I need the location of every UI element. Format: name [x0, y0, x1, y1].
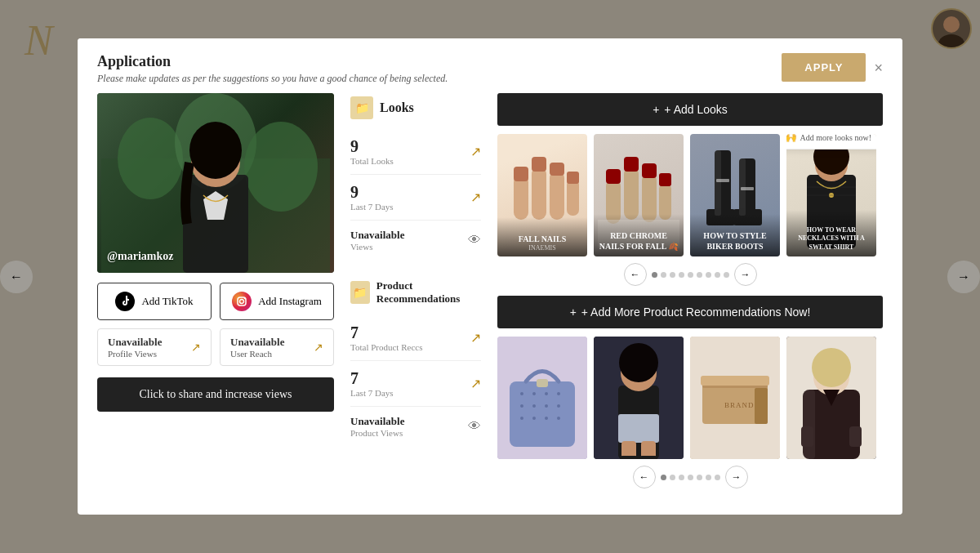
- products-dot-7[interactable]: [715, 475, 720, 480]
- profile-username: @mariamkoz: [107, 250, 173, 263]
- products-dot-2[interactable]: [670, 475, 675, 480]
- svg-rect-18: [550, 171, 564, 220]
- fall-nails-title: FALL NAILS: [502, 234, 582, 244]
- svg-point-47: [520, 392, 523, 395]
- svg-rect-23: [606, 169, 621, 184]
- svg-point-52: [532, 404, 536, 408]
- biker-boots-overlay: HOW TO STYLE BIKER BOOTS: [690, 214, 780, 256]
- products-dot-5[interactable]: [697, 475, 702, 480]
- looks-dot-1[interactable]: [652, 272, 657, 278]
- product-card-jacket[interactable]: [786, 337, 876, 459]
- bag-image: [497, 337, 587, 459]
- svg-rect-83: [849, 426, 862, 447]
- add-looks-button[interactable]: + + Add Looks: [497, 93, 883, 126]
- svg-rect-64: [618, 414, 659, 443]
- profile-section: @mariamkoz Add TikTok: [97, 93, 334, 498]
- close-button[interactable]: ×: [874, 60, 883, 75]
- modal-title-block: Application Please make updates as per t…: [97, 53, 448, 85]
- red-chrome-overlay: RED CHROME NAILS FOR FALL 🍂: [594, 214, 684, 256]
- look-card-biker-boots[interactable]: HOW TO STYLE BIKER BOOTS: [690, 134, 780, 256]
- tooltip-emoji: 🙌: [786, 134, 797, 144]
- apply-button[interactable]: APPLY: [782, 53, 866, 82]
- modal-header: Application Please make updates as per t…: [78, 38, 902, 93]
- modal-overlay: Application Please make updates as per t…: [0, 0, 980, 553]
- looks-dot-6[interactable]: [697, 272, 702, 278]
- product-card-bag[interactable]: [497, 337, 587, 459]
- looks-dot-5[interactable]: [688, 272, 693, 278]
- products-section-title: Product Recommendations: [376, 279, 481, 305]
- looks-dot-8[interactable]: [715, 272, 720, 278]
- looks-dot-9[interactable]: [724, 272, 729, 278]
- product-card-box[interactable]: BRAND: [690, 337, 780, 459]
- svg-point-56: [532, 417, 536, 420]
- svg-rect-17: [532, 157, 546, 172]
- products-next-button[interactable]: →: [725, 466, 748, 488]
- total-looks-trend-icon: ↗: [470, 144, 481, 159]
- looks-unavailable-row: Unavailable Views 👁: [350, 221, 481, 260]
- profile-image-container: @mariamkoz: [97, 93, 334, 273]
- looks-dot-2[interactable]: [661, 272, 666, 278]
- looks-last7-number: 9: [350, 183, 394, 202]
- looks-unavailable-sublabel: Views: [350, 242, 404, 252]
- products-dot-3[interactable]: [679, 475, 684, 480]
- total-recs-label: Total Product Reccs: [350, 342, 422, 352]
- looks-header: 📁 Looks: [350, 93, 481, 119]
- svg-point-49: [545, 392, 548, 395]
- svg-point-54: [557, 404, 560, 408]
- total-looks-content: 9 Total Looks: [350, 137, 394, 166]
- svg-rect-14: [514, 175, 528, 220]
- profile-views-arrow-icon: ↗: [191, 341, 201, 355]
- looks-next-button[interactable]: →: [734, 263, 757, 286]
- total-recs-row: 7 Total Product Reccs ↗: [350, 315, 481, 361]
- look-card-red-chrome[interactable]: RED CHROME NAILS FOR FALL 🍂: [594, 134, 684, 256]
- svg-rect-7: [183, 175, 248, 273]
- products-last7-content: 7 Last 7 Days: [350, 369, 394, 398]
- svg-point-58: [557, 417, 560, 420]
- svg-point-78: [812, 348, 851, 387]
- svg-rect-27: [642, 163, 657, 178]
- looks-dot-7[interactable]: [706, 272, 711, 278]
- svg-rect-21: [567, 172, 579, 184]
- add-tiktok-button[interactable]: Add TikTok: [97, 283, 212, 320]
- jacket-image: [786, 337, 876, 459]
- total-looks-row: 9 Total Looks ↗: [350, 129, 481, 175]
- svg-rect-20: [567, 179, 579, 216]
- share-button[interactable]: Click to share and increase views: [97, 377, 334, 412]
- looks-last7-trend-icon: ↗: [470, 190, 481, 205]
- look-card-necklace[interactable]: HOW TO WEAR NECKLACES WITH A SWEAT SHIRT…: [786, 134, 876, 256]
- total-looks-number: 9: [350, 137, 394, 156]
- user-reach-box: Unavailable User Reach ↗: [220, 328, 334, 366]
- products-dot-4[interactable]: [688, 475, 693, 480]
- products-unavailable-row: Unavailable Product Views 👁: [350, 407, 481, 446]
- total-looks-label: Total Looks: [350, 156, 394, 166]
- model-image: [594, 337, 684, 459]
- user-reach-arrow-icon: ↗: [314, 341, 323, 355]
- svg-rect-68: [639, 456, 657, 459]
- add-products-button[interactable]: + + Add More Product Recommendations Now…: [497, 296, 883, 328]
- products-prev-button[interactable]: ←: [633, 466, 656, 488]
- necklace-title: HOW TO WEAR NECKLACES WITH A SWEAT SHIRT: [791, 226, 871, 252]
- products-metrics: 📁 Product Recommendations 7 Total Produc…: [350, 276, 481, 446]
- looks-prev-button[interactable]: ←: [624, 263, 647, 286]
- user-reach-content: Unavailable User Reach: [230, 336, 284, 359]
- tooltip-text: Add more looks now!: [800, 134, 872, 142]
- product-card-model[interactable]: [594, 337, 684, 459]
- svg-point-57: [545, 417, 548, 420]
- looks-unavailable-content: Unavailable Views: [350, 229, 404, 252]
- looks-dot-4[interactable]: [679, 272, 684, 278]
- svg-point-63: [619, 343, 658, 382]
- add-products-plus-icon: +: [570, 305, 577, 319]
- products-dot-6[interactable]: [706, 475, 711, 480]
- add-instagram-button[interactable]: Add Instagram: [220, 283, 334, 320]
- add-looks-plus-icon: +: [653, 103, 659, 116]
- svg-point-6: [244, 122, 318, 212]
- products-last7-trend-icon: ↗: [470, 376, 481, 391]
- looks-section-icon: 📁: [350, 96, 373, 119]
- look-card-fall-nails[interactable]: FALL NAILS INAEMIS: [497, 134, 587, 256]
- profile-views-box: Unavailable Profile Views ↗: [97, 328, 212, 366]
- fall-nails-author: INAEMIS: [502, 244, 582, 252]
- products-dot-1[interactable]: [661, 475, 666, 480]
- looks-dot-3[interactable]: [670, 272, 675, 278]
- svg-point-53: [545, 404, 548, 408]
- looks-metrics: 📁 Looks 9 Total Looks ↗ 9 Last 7 D: [350, 93, 481, 260]
